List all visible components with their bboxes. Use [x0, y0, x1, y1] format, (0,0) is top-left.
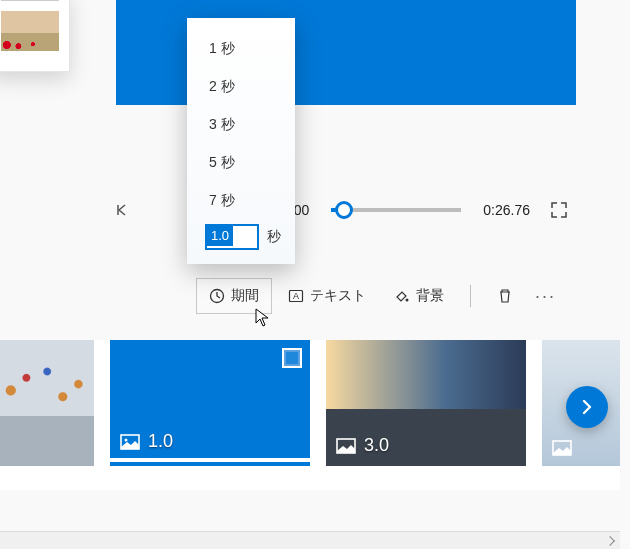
duration-option[interactable]: 5 秒: [187, 144, 295, 182]
storyboard-clip[interactable]: 3.0: [326, 340, 526, 466]
preview-canvas: [116, 0, 576, 105]
source-thumbnails: [0, 0, 70, 72]
svg-text:A: A: [293, 291, 299, 301]
text-icon: A: [288, 288, 304, 304]
duration-option[interactable]: 2 秒: [187, 68, 295, 106]
text-button[interactable]: A テキスト: [276, 279, 378, 313]
expand-icon[interactable]: [542, 201, 576, 219]
duration-label: 期間: [231, 287, 259, 305]
storyboard-clip[interactable]: [0, 340, 94, 466]
paint-icon: [394, 288, 410, 304]
clip-duration-badge: 3.0: [336, 435, 389, 456]
trash-icon: [497, 288, 513, 304]
delete-button[interactable]: [485, 280, 525, 312]
player-controls: .00 0:26.76: [116, 190, 576, 230]
duration-input[interactable]: 1.0: [205, 224, 259, 250]
storyboard[interactable]: 1.0 3.0: [0, 340, 620, 490]
text-label: テキスト: [310, 287, 366, 305]
background-label: 背景: [416, 287, 444, 305]
duration-option[interactable]: 3 秒: [187, 106, 295, 144]
clip-toolbar: 期間 A テキスト 背景 ···: [196, 278, 562, 314]
horizontal-scrollbar[interactable]: [0, 531, 620, 549]
svg-point-6: [125, 438, 128, 441]
duration-popup: 1 秒 2 秒 3 秒 5 秒 7 秒 1.0 秒: [187, 18, 295, 264]
storyboard-clip[interactable]: 1.0: [110, 340, 310, 466]
duration-option[interactable]: 7 秒: [187, 182, 295, 220]
source-thumb[interactable]: [1, 11, 59, 51]
more-button[interactable]: ···: [529, 286, 562, 307]
svg-point-4: [406, 299, 409, 302]
image-icon: [336, 438, 356, 454]
selection-indicator-icon: [282, 348, 302, 368]
duration-unit: 秒: [267, 228, 281, 246]
app-surface: .00 0:26.76 1 秒 2 秒 3 秒 5 秒 7 秒 1.0 秒 期間: [0, 0, 630, 549]
chevron-right-icon: [577, 397, 597, 417]
clip-duration-badge: [552, 440, 572, 456]
duration-option[interactable]: 1 秒: [187, 30, 295, 68]
source-thumb[interactable]: [1, 0, 59, 1]
background-button[interactable]: 背景: [382, 279, 456, 313]
next-button[interactable]: [566, 386, 608, 428]
image-icon: [120, 434, 140, 450]
clip-thumbnail: [0, 340, 94, 466]
clip-duration-badge: 1.0: [120, 431, 173, 452]
total-time: 0:26.76: [483, 202, 530, 218]
toolbar-separator: [470, 285, 471, 307]
slider-thumb[interactable]: [335, 201, 353, 219]
image-icon: [552, 440, 572, 456]
duration-button[interactable]: 期間: [196, 278, 272, 314]
duration-custom-row: 1.0 秒: [187, 220, 295, 250]
step-back-icon[interactable]: [116, 203, 132, 217]
timeline-slider[interactable]: [331, 208, 461, 212]
clock-icon: [209, 288, 225, 304]
